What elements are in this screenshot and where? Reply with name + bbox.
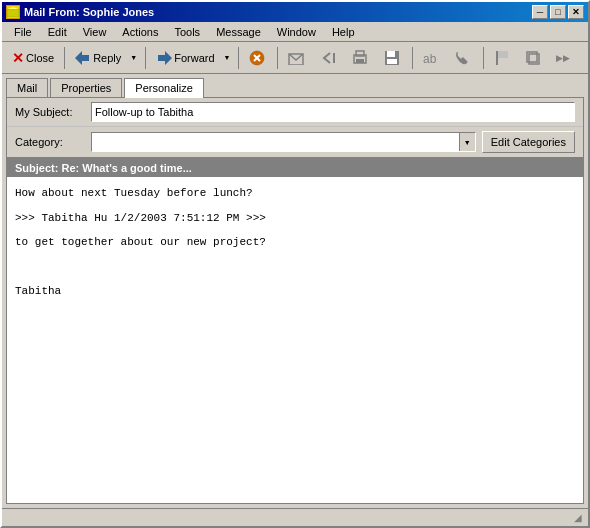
forward-button-group: Forward ▼ [150,45,234,71]
scroll-area: How about next Tuesday before lunch? >>>… [7,177,583,503]
delete-button[interactable] [243,45,273,71]
separator-1 [64,47,65,69]
menu-actions[interactable]: Actions [114,24,166,40]
subject-row: My Subject: [7,98,583,127]
title-bar-left: Mail From: Sophie Jones [6,5,154,19]
subject-bar-value: Re: What's a good time... [61,162,191,174]
delete-icon [249,50,265,66]
reply-dropdown-arrow-icon: ▼ [130,54,137,61]
svg-marker-1 [7,7,19,9]
separator-3 [238,47,239,69]
find-icon: ab [423,51,437,65]
svg-rect-16 [496,51,498,65]
phone-button[interactable] [449,45,479,71]
svg-marker-3 [158,51,172,65]
main-window: Mail From: Sophie Jones ─ □ ✕ File Edit … [0,0,590,528]
svg-rect-18 [498,51,508,58]
copy-icon [526,50,542,66]
subject-input[interactable] [91,102,575,122]
menu-window[interactable]: Window [269,24,324,40]
svg-rect-13 [387,51,395,57]
menu-file[interactable]: File [6,24,40,40]
email-line-1: How about next Tuesday before lunch? [15,185,575,202]
subject-form-label: My Subject: [15,106,85,118]
minimize-button[interactable]: ─ [532,5,548,19]
forward-label: Forward [174,52,214,64]
svg-rect-0 [7,9,19,17]
separator-2 [145,47,146,69]
flag-icon [494,50,510,66]
save-icon [384,50,400,66]
print-icon [352,50,368,66]
phone-icon [455,50,471,66]
window-title: Mail From: Sophie Jones [24,6,154,18]
category-dropdown-icon: ▼ [464,139,471,146]
inbox-button[interactable] [282,45,312,71]
reply-button[interactable]: Reply [69,45,126,71]
reply-dropdown-button[interactable]: ▼ [126,45,141,71]
tab-content: My Subject: Category: ▼ Edit Categories … [6,97,584,504]
subject-bar-label: Subject: [15,162,58,174]
menu-tools[interactable]: Tools [166,24,208,40]
resize-grip[interactable]: ◢ [572,512,584,524]
email-line-4: to get together about our new project? [15,234,575,251]
svg-rect-10 [356,59,364,63]
tab-personalize-label: Personalize [135,82,192,94]
menu-edit[interactable]: Edit [40,24,75,40]
previous-button[interactable] [314,45,344,71]
tab-bar: Mail Properties Personalize [2,74,588,97]
category-input[interactable] [92,133,459,151]
find-button[interactable]: ab [417,45,447,71]
toolbar: ✕ Close Reply ▼ [2,42,588,74]
extra-btn2[interactable] [520,45,550,71]
separator-6 [483,47,484,69]
category-dropdown-button[interactable]: ▼ [459,133,475,151]
email-line-5 [15,259,575,276]
svg-rect-11 [356,51,364,56]
toolbar-more-icon: ▶▶ [556,53,570,63]
tab-mail-label: Mail [17,82,37,94]
title-bar: Mail From: Sophie Jones ─ □ ✕ [2,2,588,22]
forward-button[interactable]: Forward [150,45,219,71]
close-icon: ✕ [12,50,24,66]
menu-bar: File Edit View Actions Tools Message Win… [2,22,588,42]
menu-message[interactable]: Message [208,24,269,40]
edit-categories-button[interactable]: Edit Categories [482,131,575,153]
previous-icon [320,51,336,65]
forward-dropdown-arrow-icon: ▼ [224,54,231,61]
menu-view[interactable]: View [75,24,115,40]
separator-4 [277,47,278,69]
tab-personalize[interactable]: Personalize [124,78,203,98]
tab-properties-label: Properties [61,82,111,94]
forward-dropdown-button[interactable]: ▼ [220,45,235,71]
email-line-3: >>> Tabitha Hu 1/2/2003 7:51:12 PM >>> [15,210,575,227]
svg-text:ab: ab [423,52,437,65]
tab-properties[interactable]: Properties [50,78,122,97]
close-toolbar-button[interactable]: ✕ Close [6,45,60,71]
close-label: Close [26,52,54,64]
tab-mail[interactable]: Mail [6,78,48,97]
status-bar: ◢ [2,508,588,526]
separator-5 [412,47,413,69]
extra-btn1[interactable] [488,45,518,71]
svg-marker-2 [75,51,89,65]
inbox-icon [288,51,304,65]
save-button[interactable] [378,45,408,71]
svg-rect-14 [387,59,397,64]
category-input-wrap: ▼ [91,132,476,152]
menu-help[interactable]: Help [324,24,363,40]
email-body: How about next Tuesday before lunch? >>>… [7,177,583,503]
close-button[interactable]: ✕ [568,5,584,19]
forward-icon [156,51,172,65]
toolbar-more-button[interactable]: ▶▶ [552,45,582,71]
category-row: Category: ▼ Edit Categories [7,127,583,159]
title-buttons: ─ □ ✕ [532,5,584,19]
print-button[interactable] [346,45,376,71]
subject-bar: Subject: Re: What's a good time... [7,159,583,177]
window-icon [6,5,20,19]
reply-icon [75,51,91,65]
category-form-label: Category: [15,136,85,148]
maximize-button[interactable]: □ [550,5,566,19]
email-line-6: Tabitha [15,283,575,300]
reply-label: Reply [93,52,121,64]
